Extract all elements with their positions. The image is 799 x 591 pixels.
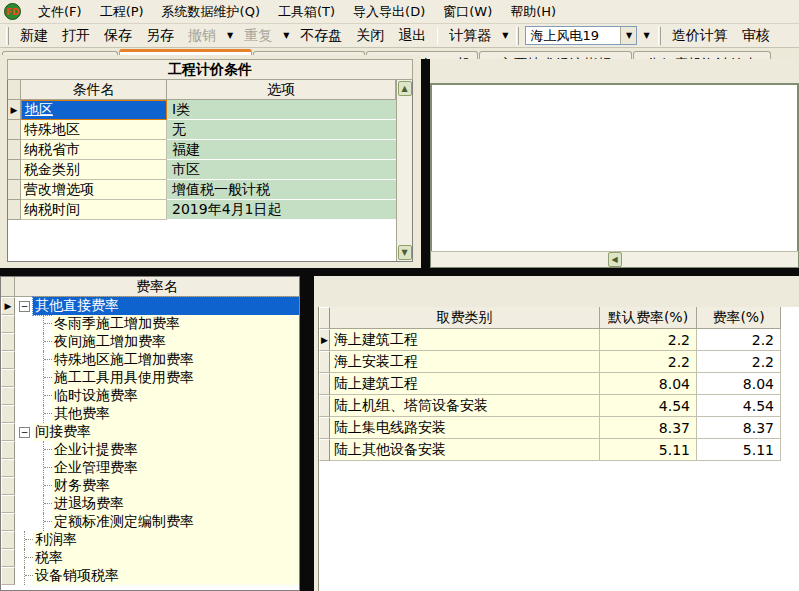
menu-help[interactable]: 帮助(H) [501,0,565,24]
close-button[interactable]: 关闭 [349,25,391,47]
table-row[interactable]: 陆上其他设备安装 5.11 5.11 [319,439,799,461]
condition-value-cell[interactable]: Ⅰ类 [167,100,396,120]
table-row[interactable]: 海上安装工程 2.2 2.2 [319,351,799,373]
menu-system-data[interactable]: 系统数据维护(Q) [153,0,269,24]
table-row[interactable]: 纳税省市 福建 [8,140,396,160]
redo-dropdown-icon[interactable]: ▼ [279,29,293,42]
tree-item[interactable]: 特殊地区施工增加费率 [1,351,299,369]
fee-category-cell[interactable]: 海上建筑工程 [330,329,600,351]
open-button[interactable]: 打开 [55,25,97,47]
undo-dropdown-icon[interactable]: ▼ [223,29,237,42]
undo-button[interactable]: 撤销 [181,25,223,47]
menu-toolbox[interactable]: 工具箱(T) [269,0,344,24]
tree-item[interactable]: 其他费率 [1,405,299,423]
horizontal-scrollbar[interactable]: ◀ [430,251,799,268]
tree-connector [43,513,52,531]
rate-cell[interactable]: 8.04 [697,373,781,395]
new-button[interactable]: 新建 [13,25,55,47]
tree-item[interactable]: 冬雨季施工增加费率 [1,315,299,333]
table-row[interactable]: 陆上集电线路安装 8.37 8.37 [319,417,799,439]
toolbar-grip3[interactable] [658,27,661,45]
collapse-icon[interactable]: − [19,301,30,312]
audit-button[interactable]: 审核 [735,25,777,47]
horizontal-splitter[interactable] [0,268,799,276]
condition-value-cell[interactable]: 无 [167,120,396,140]
default-rate-cell[interactable]: 2.2 [600,351,697,373]
default-rate-cell[interactable]: 8.04 [600,373,697,395]
save-button[interactable]: 保存 [97,25,139,47]
vertical-scrollbar[interactable]: ▲ ▼ [396,80,412,261]
toolbar-grip[interactable] [6,27,9,45]
no-save-button[interactable]: 不存盘 [293,25,349,47]
tree-item[interactable]: 企业计提费率 [1,441,299,459]
rate-cell[interactable]: 2.2 [697,351,781,373]
project-select[interactable]: 海上风电19 ▼ [525,26,637,45]
menu-project[interactable]: 工程(P) [91,0,153,24]
table-row[interactable]: 营改增选项 增值税一般计税 [8,180,396,200]
collapse-icon[interactable]: − [19,427,30,438]
vertical-splitter[interactable] [421,59,430,268]
toolbar-grip2[interactable] [516,27,519,45]
rate-cell[interactable]: 4.54 [697,395,781,417]
default-rate-cell[interactable]: 4.54 [600,395,697,417]
table-row[interactable]: 特殊地区 无 [8,120,396,140]
fee-category-cell[interactable]: 海上安装工程 [330,351,600,373]
tree-item-indirect-fees[interactable]: − 间接费率 [1,423,299,441]
table-row[interactable]: 陆上建筑工程 8.04 8.04 [319,373,799,395]
project-dropdown-icon[interactable]: ▼ [639,29,653,42]
default-rate-cell[interactable]: 8.37 [600,417,697,439]
condition-name-cell[interactable]: 纳税省市 [21,140,167,160]
table-row[interactable]: 纳税时间 2019年4月1日起 [8,200,396,220]
cost-calc-button[interactable]: 造价计算 [665,25,735,47]
condition-name-cell[interactable]: 地区 [21,100,167,120]
table-row[interactable]: 税金类别 市区 [8,160,396,180]
calculator-dropdown-icon[interactable]: ▼ [498,29,512,42]
row-indicator [1,513,15,531]
tree-item[interactable]: 财务费率 [1,477,299,495]
default-rate-cell[interactable]: 5.11 [600,439,697,461]
tree-item[interactable]: 税率 [1,549,299,567]
scroll-down-icon[interactable]: ▼ [398,245,412,260]
rate-cell[interactable]: 5.11 [697,439,781,461]
menu-import-export[interactable]: 导入导出(D) [344,0,434,24]
tree-item[interactable]: 企业管理费率 [1,459,299,477]
condition-name-cell[interactable]: 特殊地区 [21,120,167,140]
condition-name-cell[interactable]: 营改增选项 [21,180,167,200]
fee-category-cell[interactable]: 陆上机组、塔筒设备安装 [330,395,600,417]
exit-button[interactable]: 退出 [391,25,433,47]
condition-name-cell[interactable]: 税金类别 [21,160,167,180]
calculator-button[interactable]: 计算器 [442,25,498,47]
condition-name-cell[interactable]: 纳税时间 [21,200,167,220]
chevron-down-icon[interactable]: ▼ [620,27,636,44]
tree-item[interactable]: 临时设施费率 [1,387,299,405]
table-row[interactable]: 陆上机组、塔筒设备安装 4.54 4.54 [319,395,799,417]
condition-value-cell[interactable]: 增值税一般计税 [167,180,396,200]
tree-item[interactable]: 利润率 [1,531,299,549]
redo-button[interactable]: 重复 [237,25,279,47]
scroll-left-icon[interactable]: ◀ [608,252,622,267]
menu-file[interactable]: 文件(F) [29,0,91,24]
default-rate-cell[interactable]: 2.2 [600,329,697,351]
row-indicator [1,333,15,351]
condition-value-cell[interactable]: 2019年4月1日起 [167,200,396,220]
tree-item[interactable]: 施工工具用具使用费率 [1,369,299,387]
fee-category-cell[interactable]: 陆上其他设备安装 [330,439,600,461]
save-as-button[interactable]: 另存 [139,25,181,47]
rate-cell[interactable]: 2.2 [697,329,781,351]
vertical-splitter[interactable] [300,276,314,591]
condition-value-cell[interactable]: 市区 [167,160,396,180]
condition-value-cell[interactable]: 福建 [167,140,396,160]
tree-item[interactable]: 设备销项税率 [1,567,299,585]
fee-category-cell[interactable]: 陆上建筑工程 [330,373,600,395]
rate-cell[interactable]: 8.37 [697,417,781,439]
tree-item[interactable]: 夜间施工增加费率 [1,333,299,351]
tree-item[interactable]: 定额标准测定编制费率 [1,513,299,531]
fee-category-cell[interactable]: 陆上集电线路安装 [330,417,600,439]
tree-item[interactable]: 进退场费率 [1,495,299,513]
menu-window[interactable]: 窗口(W) [434,0,501,24]
tree-connector [43,405,52,423]
scroll-up-icon[interactable]: ▲ [398,81,412,96]
table-row[interactable]: ▶ 地区 Ⅰ类 [8,100,396,120]
table-row[interactable]: ▶ 海上建筑工程 2.2 2.2 [319,329,799,351]
tree-item-other-direct-fees[interactable]: ▶ − 其他直接费率 [1,297,299,315]
